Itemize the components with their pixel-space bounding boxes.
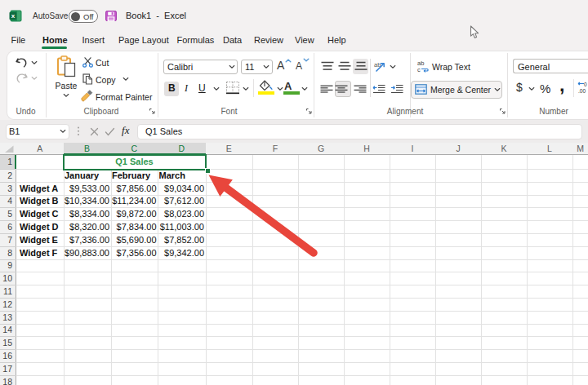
svg-text:.00: .00 [578,88,586,94]
svg-text:c: c [417,66,421,73]
svg-text:x: x [11,12,16,20]
svg-text:0: 0 [584,82,587,87]
